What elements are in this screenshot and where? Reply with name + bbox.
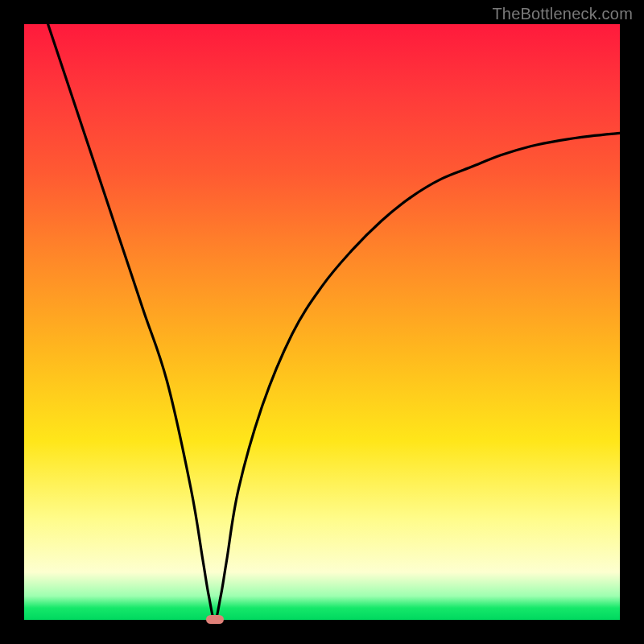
bottleneck-curve xyxy=(24,24,620,620)
watermark-text: TheBottleneck.com xyxy=(492,5,633,23)
chart-frame: TheBottleneck.com xyxy=(0,0,644,644)
plot-area xyxy=(24,24,620,620)
minimum-marker xyxy=(206,615,224,624)
